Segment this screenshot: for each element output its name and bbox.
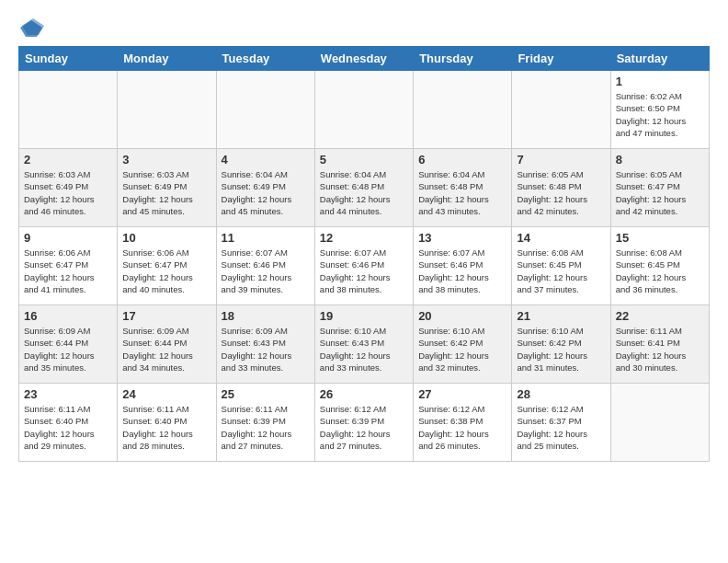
calendar-day-cell: 17Sunrise: 6:09 AM Sunset: 6:44 PM Dayli… bbox=[118, 305, 216, 384]
calendar-day-cell: 11Sunrise: 6:07 AM Sunset: 6:46 PM Dayli… bbox=[216, 227, 314, 305]
day-number: 26 bbox=[320, 387, 408, 401]
calendar-day-cell: 28Sunrise: 6:12 AM Sunset: 6:37 PM Dayli… bbox=[512, 384, 610, 462]
day-number: 14 bbox=[517, 231, 605, 245]
day-number: 13 bbox=[418, 231, 506, 245]
day-of-week-header: Saturday bbox=[610, 47, 709, 71]
day-info: Sunrise: 6:12 AM Sunset: 6:39 PM Dayligh… bbox=[320, 403, 408, 452]
day-info: Sunrise: 6:11 AM Sunset: 6:39 PM Dayligh… bbox=[222, 403, 310, 452]
calendar-day-cell bbox=[118, 71, 216, 149]
day-info: Sunrise: 6:04 AM Sunset: 6:48 PM Dayligh… bbox=[320, 168, 408, 217]
day-of-week-header: Sunday bbox=[19, 47, 118, 71]
day-info: Sunrise: 6:05 AM Sunset: 6:47 PM Dayligh… bbox=[616, 168, 704, 217]
calendar-week-row: 23Sunrise: 6:11 AM Sunset: 6:40 PM Dayli… bbox=[19, 384, 710, 462]
day-info: Sunrise: 6:07 AM Sunset: 6:46 PM Dayligh… bbox=[320, 247, 408, 295]
day-number: 15 bbox=[616, 231, 704, 245]
logo-icon bbox=[18, 18, 44, 39]
day-info: Sunrise: 6:08 AM Sunset: 6:45 PM Dayligh… bbox=[616, 247, 704, 295]
day-info: Sunrise: 6:03 AM Sunset: 6:49 PM Dayligh… bbox=[122, 168, 210, 217]
day-info: Sunrise: 6:11 AM Sunset: 6:40 PM Dayligh… bbox=[122, 403, 210, 452]
calendar-day-cell: 7Sunrise: 6:05 AM Sunset: 6:48 PM Daylig… bbox=[512, 149, 610, 227]
day-info: Sunrise: 6:12 AM Sunset: 6:38 PM Dayligh… bbox=[418, 403, 506, 452]
day-number: 23 bbox=[24, 387, 112, 401]
day-of-week-header: Thursday bbox=[414, 47, 512, 71]
day-number: 27 bbox=[418, 387, 506, 401]
calendar-week-row: 16Sunrise: 6:09 AM Sunset: 6:44 PM Dayli… bbox=[19, 305, 710, 384]
calendar-table: SundayMondayTuesdayWednesdayThursdayFrid… bbox=[18, 46, 710, 462]
calendar-day-cell: 23Sunrise: 6:11 AM Sunset: 6:40 PM Dayli… bbox=[19, 384, 118, 462]
calendar-week-row: 2Sunrise: 6:03 AM Sunset: 6:49 PM Daylig… bbox=[19, 149, 710, 227]
day-number: 19 bbox=[320, 309, 408, 323]
day-info: Sunrise: 6:07 AM Sunset: 6:46 PM Dayligh… bbox=[418, 247, 506, 295]
calendar-day-cell: 25Sunrise: 6:11 AM Sunset: 6:39 PM Dayli… bbox=[216, 384, 314, 462]
day-of-week-header: Tuesday bbox=[216, 47, 314, 71]
day-number: 9 bbox=[24, 231, 112, 245]
day-info: Sunrise: 6:11 AM Sunset: 6:41 PM Dayligh… bbox=[616, 325, 704, 373]
day-number: 24 bbox=[122, 387, 210, 401]
calendar-day-cell: 18Sunrise: 6:09 AM Sunset: 6:43 PM Dayli… bbox=[216, 305, 314, 384]
day-info: Sunrise: 6:04 AM Sunset: 6:48 PM Dayligh… bbox=[418, 168, 506, 217]
day-info: Sunrise: 6:09 AM Sunset: 6:43 PM Dayligh… bbox=[222, 325, 310, 373]
calendar-day-cell bbox=[216, 71, 314, 149]
calendar-day-cell: 21Sunrise: 6:10 AM Sunset: 6:42 PM Dayli… bbox=[512, 305, 610, 384]
day-number: 8 bbox=[616, 153, 704, 167]
calendar-day-cell bbox=[19, 71, 118, 149]
calendar-day-cell: 6Sunrise: 6:04 AM Sunset: 6:48 PM Daylig… bbox=[414, 149, 512, 227]
day-number: 12 bbox=[320, 231, 408, 245]
calendar-header-row: SundayMondayTuesdayWednesdayThursdayFrid… bbox=[19, 47, 710, 71]
calendar-day-cell bbox=[512, 71, 610, 149]
day-number: 6 bbox=[418, 153, 506, 167]
calendar-day-cell: 5Sunrise: 6:04 AM Sunset: 6:48 PM Daylig… bbox=[314, 149, 413, 227]
day-info: Sunrise: 6:08 AM Sunset: 6:45 PM Dayligh… bbox=[517, 247, 605, 295]
calendar-day-cell: 24Sunrise: 6:11 AM Sunset: 6:40 PM Dayli… bbox=[118, 384, 216, 462]
day-number: 2 bbox=[24, 153, 112, 167]
day-info: Sunrise: 6:10 AM Sunset: 6:42 PM Dayligh… bbox=[418, 325, 506, 373]
calendar-day-cell: 2Sunrise: 6:03 AM Sunset: 6:49 PM Daylig… bbox=[19, 149, 118, 227]
day-number: 17 bbox=[122, 309, 210, 323]
calendar-day-cell: 20Sunrise: 6:10 AM Sunset: 6:42 PM Dayli… bbox=[414, 305, 512, 384]
calendar-day-cell: 1Sunrise: 6:02 AM Sunset: 6:50 PM Daylig… bbox=[610, 71, 709, 149]
calendar-day-cell bbox=[314, 71, 413, 149]
calendar-day-cell: 15Sunrise: 6:08 AM Sunset: 6:45 PM Dayli… bbox=[610, 227, 709, 305]
day-info: Sunrise: 6:06 AM Sunset: 6:47 PM Dayligh… bbox=[24, 247, 112, 295]
calendar-day-cell: 9Sunrise: 6:06 AM Sunset: 6:47 PM Daylig… bbox=[19, 227, 118, 305]
day-info: Sunrise: 6:12 AM Sunset: 6:37 PM Dayligh… bbox=[517, 403, 605, 452]
day-info: Sunrise: 6:07 AM Sunset: 6:46 PM Dayligh… bbox=[222, 247, 310, 295]
day-number: 1 bbox=[616, 75, 704, 88]
day-number: 20 bbox=[418, 309, 506, 323]
day-info: Sunrise: 6:11 AM Sunset: 6:40 PM Dayligh… bbox=[24, 403, 112, 452]
day-info: Sunrise: 6:04 AM Sunset: 6:49 PM Dayligh… bbox=[222, 168, 310, 217]
calendar-day-cell: 16Sunrise: 6:09 AM Sunset: 6:44 PM Dayli… bbox=[19, 305, 118, 384]
calendar-day-cell: 3Sunrise: 6:03 AM Sunset: 6:49 PM Daylig… bbox=[118, 149, 216, 227]
day-number: 22 bbox=[616, 309, 704, 323]
logo bbox=[18, 18, 48, 39]
day-info: Sunrise: 6:10 AM Sunset: 6:43 PM Dayligh… bbox=[320, 325, 408, 373]
day-number: 28 bbox=[517, 387, 605, 401]
day-info: Sunrise: 6:10 AM Sunset: 6:42 PM Dayligh… bbox=[517, 325, 605, 373]
calendar-day-cell: 12Sunrise: 6:07 AM Sunset: 6:46 PM Dayli… bbox=[314, 227, 413, 305]
day-info: Sunrise: 6:02 AM Sunset: 6:50 PM Dayligh… bbox=[616, 90, 704, 139]
calendar-day-cell: 10Sunrise: 6:06 AM Sunset: 6:47 PM Dayli… bbox=[118, 227, 216, 305]
day-number: 3 bbox=[122, 153, 210, 167]
calendar-day-cell: 8Sunrise: 6:05 AM Sunset: 6:47 PM Daylig… bbox=[610, 149, 709, 227]
day-info: Sunrise: 6:03 AM Sunset: 6:49 PM Dayligh… bbox=[24, 168, 112, 217]
day-number: 25 bbox=[222, 387, 310, 401]
day-info: Sunrise: 6:09 AM Sunset: 6:44 PM Dayligh… bbox=[24, 325, 112, 373]
day-number: 16 bbox=[24, 309, 112, 323]
day-number: 7 bbox=[517, 153, 605, 167]
day-of-week-header: Friday bbox=[512, 47, 610, 71]
day-number: 10 bbox=[122, 231, 210, 245]
day-info: Sunrise: 6:05 AM Sunset: 6:48 PM Dayligh… bbox=[517, 168, 605, 217]
calendar-week-row: 9Sunrise: 6:06 AM Sunset: 6:47 PM Daylig… bbox=[19, 227, 710, 305]
day-number: 4 bbox=[222, 153, 310, 167]
calendar-week-row: 1Sunrise: 6:02 AM Sunset: 6:50 PM Daylig… bbox=[19, 71, 710, 149]
calendar-day-cell bbox=[610, 384, 709, 462]
day-number: 11 bbox=[222, 231, 310, 245]
day-info: Sunrise: 6:06 AM Sunset: 6:47 PM Dayligh… bbox=[122, 247, 210, 295]
calendar-day-cell: 27Sunrise: 6:12 AM Sunset: 6:38 PM Dayli… bbox=[414, 384, 512, 462]
calendar-day-cell: 13Sunrise: 6:07 AM Sunset: 6:46 PM Dayli… bbox=[414, 227, 512, 305]
calendar-day-cell: 14Sunrise: 6:08 AM Sunset: 6:45 PM Dayli… bbox=[512, 227, 610, 305]
calendar-day-cell bbox=[414, 71, 512, 149]
day-number: 21 bbox=[517, 309, 605, 323]
calendar-day-cell: 4Sunrise: 6:04 AM Sunset: 6:49 PM Daylig… bbox=[216, 149, 314, 227]
calendar-day-cell: 26Sunrise: 6:12 AM Sunset: 6:39 PM Dayli… bbox=[314, 384, 413, 462]
